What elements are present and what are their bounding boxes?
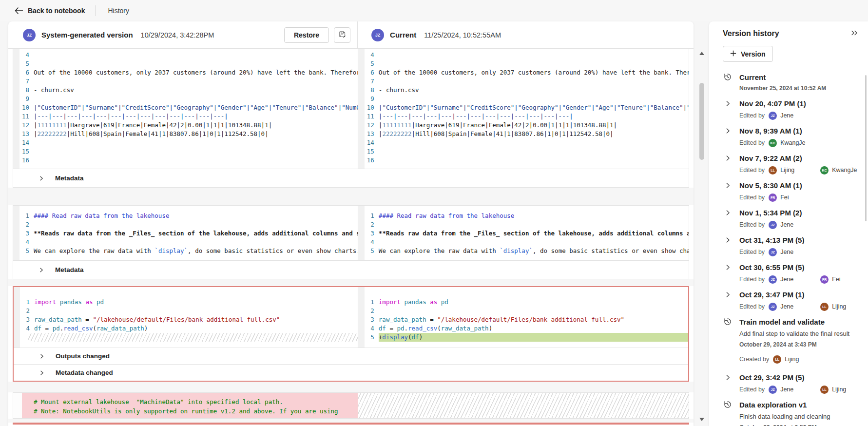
line-number: 3 [13, 229, 34, 238]
avatar: LL [820, 386, 829, 394]
restore-button[interactable]: Restore [284, 27, 329, 43]
chevron-right-icon[interactable] [723, 128, 733, 134]
code-line: 3raw_data_path = "/lakehouse/default/Fil… [14, 315, 358, 324]
scroll-down-arrow-icon[interactable] [699, 418, 704, 421]
version-item[interactable]: Oct 29, 3:42 PM (5)Edited byJZJeneLLLiji… [723, 371, 868, 395]
version-item[interactable]: Oct 30, 6:55 PM (5)Edited byJZJeneFRFei [723, 261, 868, 285]
version-item-title: Nov 1, 5:34 PM (2) [739, 209, 802, 217]
person: KCKwangJe [769, 139, 816, 147]
avatar: KC [769, 139, 777, 147]
version-item[interactable]: Nov 5, 8:30 AM (1)Edited byFRFei [723, 179, 868, 203]
version-item-people: Edited byJZJeneFRFei [739, 273, 868, 285]
right-version-header: JZ Current 11/25/2024, 10:52:55AM [358, 21, 694, 48]
person-name: Jene [780, 276, 793, 283]
version-item[interactable]: Nov 20, 4:07 PM (1)Edited byJZJene [723, 97, 868, 121]
code-line: 5We can explore the raw data with `displ… [13, 247, 358, 255]
line-number: 15 [358, 147, 379, 156]
version-item-people: Created byLLLijing [739, 353, 868, 365]
new-version-label: Version [741, 50, 766, 58]
left-version-timestamp: 10/29/2024, 3:42:28PM [141, 31, 214, 39]
code-line: 4df = pd.read_csv(raw_data_path) [358, 324, 688, 333]
version-list: CurrentNovember 25, 2024 at 10:52 AMNov … [723, 71, 868, 426]
line-number: 10 [13, 103, 34, 112]
metadata-label: Metadata [55, 266, 84, 273]
people-label: Edited by [739, 112, 765, 119]
code-line: 10|"CustomerID"|"Surname"|"CreditScore"|… [13, 103, 358, 112]
diff-cell-markdown-churn: 456Out of the 10000 customers, only 2037… [13, 49, 689, 188]
code-line: 5 [358, 59, 689, 68]
cell-left-pane: 1import pandas as pd23raw_data_path = "/… [14, 287, 358, 348]
line-number: 11 [13, 112, 34, 121]
chevron-right-icon[interactable] [723, 264, 733, 271]
code-line: 7 [13, 77, 358, 86]
person-name: KwangJe [832, 167, 857, 174]
scroll-up-arrow-icon[interactable] [699, 52, 704, 55]
line-number: 10 [358, 103, 379, 112]
person-name: Fei [780, 194, 789, 201]
version-item-title: Data exploration v1 [739, 401, 807, 409]
code-line: 5We can explore the raw data with `displ… [358, 247, 689, 255]
cell-gap [8, 419, 694, 423]
code-line: 6Out of the 10000 customers, only 2037 c… [13, 68, 358, 77]
chevron-right-icon[interactable] [723, 291, 733, 298]
person: LLLijing [820, 303, 868, 311]
code-line: 4df = pd.read_csv(raw_data_path) [14, 324, 358, 333]
person: LLLijing [820, 386, 868, 394]
line-number: 2 [358, 220, 379, 229]
main-vertical-scrollbar[interactable] [697, 48, 706, 426]
metadata-changed-label: Metadata changed [56, 369, 113, 376]
person: KCKwangJe [820, 166, 868, 174]
code-line: 8- churn.csv [358, 86, 689, 95]
collapse-panel-icon[interactable] [851, 29, 858, 38]
back-to-notebook-button[interactable]: Back to notebook [15, 7, 85, 15]
person-name: Jene [780, 221, 793, 228]
person: JZJene [769, 112, 816, 120]
line-number: 2 [14, 307, 34, 315]
version-item-description: Add final step to validate the final res… [739, 328, 868, 340]
code-line: 2 [358, 220, 689, 229]
chevron-right-icon[interactable] [723, 182, 733, 189]
avatar: JZ [371, 29, 384, 41]
history-restore-icon [723, 317, 733, 326]
metadata-expander[interactable]: Metadata [13, 169, 689, 187]
chevron-right-icon[interactable] [723, 374, 733, 381]
version-item[interactable]: Nov 1, 5:34 PM (2)Edited byJZJene [723, 206, 868, 231]
new-version-button[interactable]: Version [723, 46, 773, 62]
chevron-right-icon[interactable] [723, 155, 733, 161]
cell-left-pane: # Mount external lakehouse "MachineData"… [13, 393, 358, 418]
diff-header: JZ System-generated version 10/29/2024, … [8, 21, 694, 49]
cell-gap [8, 279, 694, 286]
avatar: FR [769, 194, 777, 202]
save-as-version-button[interactable] [334, 27, 350, 43]
outputs-changed-expander[interactable]: Outputs changed [14, 348, 688, 364]
version-item-date: November 25, 2024 at 10:52 AM [739, 83, 868, 94]
code-line: 4 [13, 238, 358, 247]
cell-right-pane: 1import pandas as pd23raw_data_path = "/… [358, 287, 688, 348]
line-number: 15 [13, 147, 34, 156]
version-item-title: Nov 7, 9:22 AM (2) [739, 154, 802, 162]
line-number: 7 [358, 77, 379, 86]
version-item[interactable]: Nov 7, 9:22 AM (2)Edited byLLLijingKCKwa… [723, 152, 868, 176]
metadata-changed-expander[interactable]: Metadata changed [14, 364, 688, 381]
avatar: FR [820, 275, 829, 284]
people-label: Edited by [739, 249, 765, 255]
version-item[interactable]: CurrentNovember 25, 2024 at 10:52 AM [723, 71, 868, 94]
chevron-right-icon[interactable] [723, 100, 733, 107]
code-line: 2 [14, 307, 358, 315]
scrollbar-thumb[interactable] [699, 83, 704, 160]
version-item[interactable]: Oct 29, 3:47 PM (1)Edited byJZJeneLLLiji… [723, 288, 868, 312]
version-item-people: Edited byJZJeneLLLijingFRFei [739, 384, 868, 395]
metadata-expander[interactable]: Metadata [13, 260, 689, 279]
version-item[interactable]: Oct 31, 4:13 PM (5)Edited byJZJene [723, 233, 868, 258]
line-number: 6 [358, 68, 379, 77]
line-number: 2 [13, 220, 34, 229]
code-line: 9 [358, 95, 689, 103]
chevron-right-icon[interactable] [723, 237, 733, 243]
version-item[interactable]: Data exploration v1Finish data loading a… [723, 398, 868, 426]
history-tab[interactable]: History [108, 7, 129, 15]
version-item[interactable]: Train model and validateAdd final step t… [723, 315, 868, 365]
version-item-people: Edited byJZJene [739, 110, 868, 121]
chevron-right-icon[interactable] [723, 210, 733, 216]
version-item[interactable]: Nov 8, 9:39 AM (1)Edited byKCKwangJe [723, 124, 868, 149]
sidebar-scrollbar[interactable] [865, 75, 867, 221]
